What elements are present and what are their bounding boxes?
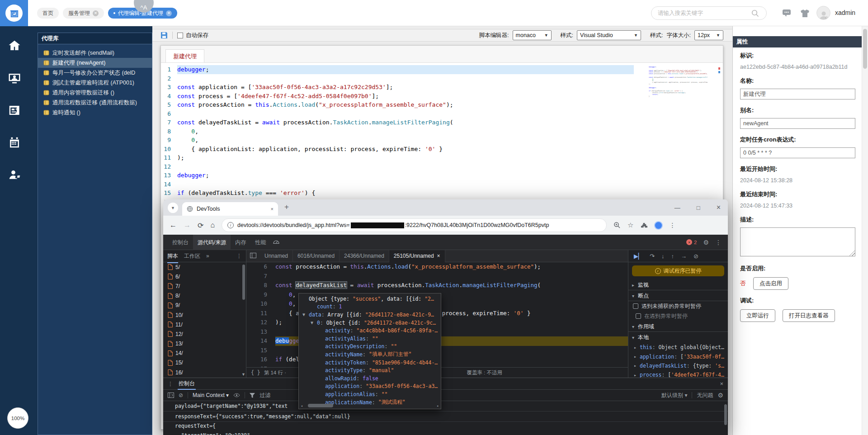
name-field[interactable] [740, 89, 855, 99]
run-now-button[interactable]: 立即运行 [740, 309, 775, 322]
scope-section[interactable]: ▾作用域 [628, 321, 728, 332]
popup-property-0[interactable]: ▼0: Object {id: "26d41172-e8ae-421c-9c… [299, 319, 441, 327]
alias-field[interactable] [740, 118, 855, 129]
step-out-icon[interactable]: ↑ [671, 253, 674, 260]
tab-close-icon[interactable]: ✕ [166, 10, 172, 16]
popup-property-count[interactable]: count: 1 [299, 303, 441, 311]
file-item-8[interactable]: 8/ [163, 291, 246, 301]
source-file-tab-1[interactable]: 6016/Unnamed [293, 250, 340, 262]
minimize-button[interactable]: — [675, 204, 680, 211]
nav-tab-1[interactable]: 服务管理✕ [63, 8, 104, 19]
source-file-tab-0[interactable]: Unnamed [260, 250, 293, 262]
autosave-checkbox[interactable] [177, 33, 183, 38]
file-item-7[interactable]: 7/ [163, 281, 246, 291]
profile-avatar[interactable] [654, 221, 663, 230]
agent-item-1[interactable]: 新建代理 (newAgent) [38, 58, 152, 68]
home-icon[interactable] [8, 39, 21, 52]
script-editor-select[interactable]: monaco▼ [513, 30, 552, 40]
local-variable-application[interactable]: ▸application: ['33aac50f-0f… [628, 352, 728, 361]
file-item-11[interactable]: 11/ [163, 320, 246, 329]
file-item-15[interactable]: 15/ [163, 358, 246, 368]
theme-shirt-icon[interactable] [800, 9, 810, 18]
agent-item-5[interactable]: 通用流程数据迁移 (通用流程数据) [38, 98, 152, 108]
zoom-icon[interactable] [613, 222, 621, 229]
extensions-icon[interactable] [641, 222, 647, 229]
forward-icon[interactable]: → [184, 221, 191, 229]
braces-icon[interactable]: { } [251, 369, 260, 376]
devtools-tab-3[interactable]: 性能 [250, 235, 270, 250]
source-file-tab-3[interactable]: 25105/Unnamed× [389, 250, 445, 262]
file-item-16[interactable]: 16/ [163, 368, 246, 377]
navigator-toggle-icon[interactable] [246, 253, 260, 260]
eye-icon[interactable] [233, 393, 240, 397]
scroll-down-icon[interactable]: ▼ [241, 372, 245, 377]
back-icon[interactable]: ← [170, 221, 177, 229]
error-badge[interactable]: ×2 [686, 239, 697, 245]
agent-item-2[interactable]: 每月一号修改办公资产状态 (delD [38, 68, 152, 78]
agent-item-0[interactable]: 定时发送邮件 (sendMail) [38, 48, 152, 58]
user-settings-icon[interactable] [8, 168, 21, 182]
watch-section[interactable]: ▸监视 [628, 279, 728, 290]
description-field[interactable] [740, 227, 855, 256]
navigator-scrollbar[interactable] [242, 265, 245, 300]
tab-close-icon[interactable]: × [271, 206, 274, 212]
reload-icon[interactable]: ⟳ [198, 221, 203, 230]
popup-property-activityAlias[interactable]: activityAlias: "" [299, 335, 441, 343]
new-tab-button[interactable]: + [284, 203, 289, 212]
popup-property-activityName[interactable]: activityName: "填单人部门主管" [299, 350, 441, 359]
source-file-tab-2[interactable]: 24366/Unnamed [340, 250, 389, 262]
calendar-icon[interactable] [8, 136, 21, 149]
messages-icon[interactable] [782, 9, 791, 17]
breakpoints-section[interactable]: ▾断点 [628, 290, 728, 301]
file-item-6[interactable]: 6/ [163, 272, 246, 281]
step-over-icon[interactable]: ↷ [650, 253, 655, 260]
settings-gear-icon[interactable]: ⚙ [703, 239, 709, 246]
popup-property-application[interactable]: application: "33aac50f-0f56-4ac3-a3… [299, 383, 441, 391]
file-item-10[interactable]: 10/ [163, 310, 246, 320]
popup-property-activityDescription[interactable]: activityDescription: "" [299, 343, 441, 351]
open-log-viewer-button[interactable]: 打开日志查看器 [783, 309, 835, 322]
pause-on-uncaught-checkbox[interactable]: 遇到未捕获的异常时暂停 [628, 301, 728, 311]
popup-property-preview[interactable]: Object {type: "success", data: [{id: "2… [299, 295, 441, 303]
step-icon[interactable]: → [681, 253, 687, 260]
url-field[interactable]: i devtools://devtools/bundled/js_app.htm… [222, 218, 607, 232]
gauge-icon[interactable] [270, 239, 282, 246]
news-icon[interactable] [8, 104, 21, 117]
popup-property-data[interactable]: ▼data: Array [{id: "26d41172-e8ae-421c-9… [299, 311, 441, 319]
console-message-2[interactable]: requestText={ [163, 422, 728, 430]
app-logo[interactable] [0, 0, 28, 26]
minimap[interactable]: debugger; const application = ['33aac50f… [649, 66, 708, 110]
file-item-14[interactable]: 14/ [163, 349, 246, 358]
console-sidebar-icon[interactable] [168, 392, 174, 398]
file-item-9[interactable]: 9/ [163, 301, 246, 310]
cron-field[interactable] [740, 147, 855, 158]
deactivate-breakpoints-icon[interactable]: ⊘ [693, 253, 698, 260]
local-variable-this[interactable]: ▸this: Object global{Object… [628, 343, 728, 352]
popup-property-allowRapid[interactable]: allowRapid: false [299, 374, 441, 383]
agent-item-3[interactable]: 測試主管處理逾時流程 (ATP001) [38, 78, 152, 88]
devtools-titlebar[interactable]: ▼ DevTools × + — □ × [163, 199, 728, 216]
log-level-selector[interactable]: 默认级别 ▾ [661, 392, 687, 399]
zoom-level-badge[interactable]: 100% [7, 407, 28, 429]
overflow-chevron[interactable]: » [206, 253, 209, 259]
monitor-user-icon[interactable] [8, 71, 21, 85]
console-message-0[interactable]: payload={"targetName":"@y1938","text [163, 401, 728, 411]
tab-close-icon[interactable]: ✕ [93, 10, 99, 16]
bookmark-star-icon[interactable]: ☆ [627, 221, 633, 229]
devtools-tab-0[interactable]: 控制台 [168, 235, 193, 250]
search-icon[interactable] [751, 9, 759, 17]
step-into-icon[interactable]: ↓ [661, 253, 665, 260]
resume-icon[interactable]: ▶▏ [634, 253, 643, 260]
popup-property-activity[interactable]: activity: "ac4c8bb4-b86f-4c56-89fa-… [299, 326, 441, 335]
tab-workspace[interactable]: 工作区 [184, 252, 200, 260]
file-item-12[interactable]: 12/ [163, 329, 246, 339]
devtools-tab-2[interactable]: 内存 [231, 235, 250, 250]
local-scope-section[interactable]: ▾本地 [628, 332, 728, 343]
style-select[interactable]: Visual Studio▼ [577, 30, 641, 40]
browser-tab[interactable]: DevTools × [182, 202, 278, 216]
popup-property-applicationAlias[interactable]: applicationAlias: "" [299, 390, 441, 398]
drawer-menu-icon[interactable]: ⋮ [168, 381, 173, 387]
filter-label[interactable]: 过滤 [259, 392, 270, 399]
clear-console-icon[interactable]: ⊘ [179, 392, 183, 398]
console-message-1[interactable]: responseText={"success":true,"message":n… [163, 411, 728, 422]
